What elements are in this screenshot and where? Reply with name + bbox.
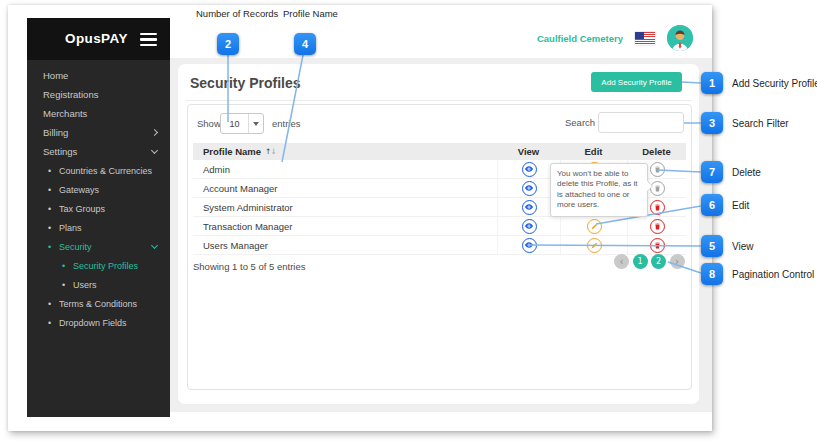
callout-label: View <box>732 241 754 252</box>
sidebar-item-countries-currencies[interactable]: Countries & Currencies <box>27 161 170 180</box>
pagination-prev-button[interactable]: ‹ <box>614 254 629 269</box>
column-label: Profile Name <box>203 146 261 157</box>
user-avatar[interactable] <box>667 25 693 51</box>
sidebar-item-gateways[interactable]: Gateways <box>27 180 170 199</box>
sidebar-item-terms-conditions[interactable]: Terms & Conditions <box>27 294 170 313</box>
trash-icon <box>653 184 662 193</box>
sidebar-item-home[interactable]: Home <box>27 66 170 85</box>
sidebar-item-label: Security <box>59 242 92 252</box>
hamburger-menu-icon[interactable] <box>140 33 157 46</box>
callout-label-profile-name: Profile Name <box>283 8 338 19</box>
sidebar-item-security-profiles[interactable]: Security Profiles <box>27 256 170 275</box>
callout-label-number-of-records: Number of Records <box>196 8 278 19</box>
column-label: Delete <box>642 146 671 157</box>
sidebar-nav: Home Registrations Merchants Billing Set… <box>27 60 170 332</box>
sidebar-item-settings[interactable]: Settings <box>27 142 170 161</box>
view-button[interactable] <box>522 181 537 196</box>
sidebar-item-label: Users <box>73 280 97 290</box>
sort-icon[interactable]: ↑↓ <box>265 147 276 156</box>
pagination: ‹ 1 2 › <box>614 254 685 269</box>
sidebar-item-label: Terms & Conditions <box>59 299 137 309</box>
callout-search-filter: 3 Search Filter <box>701 112 789 134</box>
sidebar-item-tax-groups[interactable]: Tax Groups <box>27 199 170 218</box>
trash-icon <box>653 241 662 250</box>
tooltip-arrow <box>647 181 652 191</box>
eye-icon <box>524 221 534 231</box>
caret-down-icon <box>249 122 263 126</box>
eye-icon <box>524 202 534 212</box>
column-header-delete: Delete <box>627 146 686 157</box>
callout-label: Add Security Profile <box>732 78 817 89</box>
page-size-select[interactable]: 10 <box>220 113 264 134</box>
sidebar-item-label: Security Profiles <box>73 261 138 271</box>
brand-logo: OpusPAY <box>65 31 128 46</box>
profile-name-cell: Transaction Manager <box>193 221 497 232</box>
column-header-view: View <box>497 146 560 157</box>
page-title: Security Profiles <box>190 75 301 91</box>
search-input[interactable] <box>598 112 684 133</box>
show-label: Show <box>197 118 221 129</box>
search-label: Search <box>565 117 595 128</box>
column-header-edit: Edit <box>560 146 627 157</box>
callout-pagination-control: 8 Pagination Control <box>701 263 814 285</box>
entries-label: entries <box>272 118 301 129</box>
delete-tooltip: You won't be able to delete this Profile… <box>550 163 648 217</box>
sidebar-item-security[interactable]: Security <box>27 237 170 256</box>
delete-button-disabled[interactable] <box>650 162 665 177</box>
pagination-page-1[interactable]: 1 <box>633 254 648 269</box>
organization-name[interactable]: Caulfield Cemetery <box>537 33 623 44</box>
us-flag-icon[interactable] <box>635 32 655 45</box>
column-header-profile-name[interactable]: Profile Name ↑↓ <box>193 146 497 157</box>
profile-name-cell: Users Manager <box>193 240 497 251</box>
delete-button[interactable] <box>650 238 665 253</box>
eye-icon <box>524 240 534 250</box>
callout-edit: 6 Edit <box>701 194 749 216</box>
column-label: Edit <box>585 146 603 157</box>
sidebar-item-label: Countries & Currencies <box>59 166 152 176</box>
sidebar-item-label: Settings <box>43 146 77 157</box>
chevron-down-icon <box>151 242 158 249</box>
table-header-row: Profile Name ↑↓ View Edit Delete <box>193 143 686 160</box>
chevron-right-icon <box>151 129 158 136</box>
sidebar-item-plans[interactable]: Plans <box>27 218 170 237</box>
sidebar-item-label: Registrations <box>43 89 98 100</box>
sidebar-item-dropdown-fields[interactable]: Dropdown Fields <box>27 313 170 332</box>
callout-label: Pagination Control <box>732 269 814 280</box>
view-button[interactable] <box>522 200 537 215</box>
sidebar-item-label: Gateways <box>59 185 99 195</box>
top-bar: Caulfield Cemetery <box>170 18 712 58</box>
avatar-person-icon <box>667 25 693 51</box>
page-size-value: 10 <box>221 119 248 129</box>
view-button[interactable] <box>522 238 537 253</box>
sidebar-item-label: Merchants <box>43 108 87 119</box>
view-button[interactable] <box>522 219 537 234</box>
edit-button[interactable] <box>587 219 602 234</box>
add-security-profile-button[interactable]: Add Security Profile <box>591 72 682 92</box>
profile-name-cell: System Administrator <box>193 202 497 213</box>
sidebar-item-label: Home <box>43 70 68 81</box>
callout-badge-4: 4 <box>294 33 316 55</box>
delete-button[interactable] <box>650 200 665 215</box>
trash-icon <box>653 222 662 231</box>
pencil-icon <box>590 241 599 250</box>
profile-name-cell: Admin <box>193 164 497 175</box>
delete-button[interactable] <box>650 219 665 234</box>
column-label: View <box>518 146 539 157</box>
callout-badge-6: 6 <box>701 194 723 216</box>
edit-button[interactable] <box>587 238 602 253</box>
sidebar: OpusPAY Home Registrations Merchants Bil… <box>27 18 170 417</box>
callout-add-security-profile: 1 Add Security Profile <box>701 72 817 94</box>
callout-label: Edit <box>732 200 749 211</box>
sidebar-item-billing[interactable]: Billing <box>27 123 170 142</box>
sidebar-item-merchants[interactable]: Merchants <box>27 104 170 123</box>
pencil-icon <box>590 222 599 231</box>
callout-badge-1: 1 <box>701 72 723 94</box>
sidebar-item-users[interactable]: Users <box>27 275 170 294</box>
eye-icon <box>524 183 534 193</box>
callout-label: Delete <box>732 167 761 178</box>
pagination-page-2[interactable]: 2 <box>651 254 666 269</box>
pagination-next-button[interactable]: › <box>670 254 685 269</box>
view-button[interactable] <box>522 162 537 177</box>
sidebar-header: OpusPAY <box>27 18 170 60</box>
sidebar-item-registrations[interactable]: Registrations <box>27 85 170 104</box>
